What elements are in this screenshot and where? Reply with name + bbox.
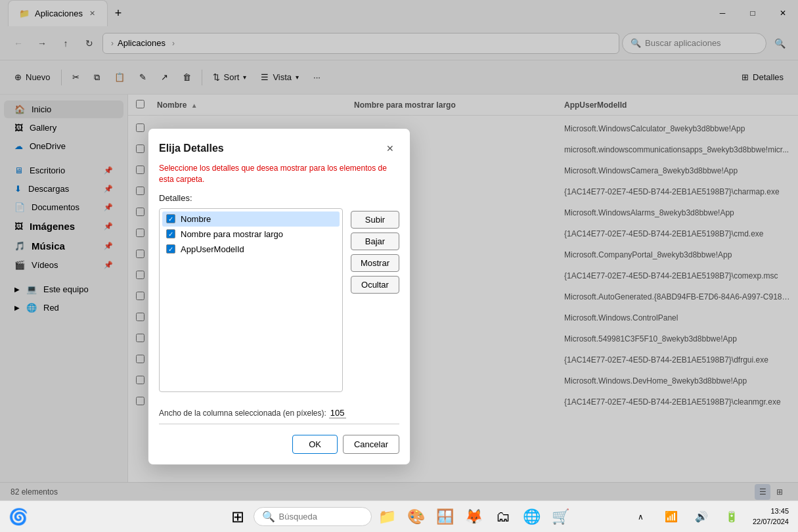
taskbar: 🌀 ⊞ 🔍 📁 🎨 🪟 🦊 🗂 🌐 🛒 ∧ 📶 🔊 🔋 13:45 22/07/… (0, 500, 798, 532)
pixel-label: Ancho de la columna seleccionada (en píx… (159, 409, 326, 418)
pixel-label-row: Ancho de la columna seleccionada (en píx… (159, 408, 399, 418)
details-list: ✓ Nombre ✓ Nombre para mostrar largo (159, 208, 343, 392)
taskbar-search[interactable]: 🔍 (254, 507, 372, 526)
subir-btn[interactable]: Subir (351, 211, 399, 229)
check-icon-nombre: ✓ (168, 215, 173, 223)
item-label-nombre: Nombre (181, 214, 211, 224)
check-icon-appuser: ✓ (168, 246, 173, 253)
pixel-underline (159, 424, 399, 424)
modal-footer: Ancho de la columna seleccionada (en píx… (148, 403, 410, 464)
mostrar-btn[interactable]: Mostrar (351, 254, 399, 272)
ok-btn[interactable]: OK (292, 435, 338, 454)
choose-details-modal: Elija Detalles ✕ Seleccione los detalles… (148, 128, 410, 465)
date-display: 22/07/2024 (753, 517, 789, 527)
cancel-btn[interactable]: Cancelar (343, 435, 399, 454)
taskbar-store-icon[interactable]: 🗂 (490, 504, 516, 530)
windows-loader-icon[interactable]: 🌀 (5, 504, 32, 530)
taskbar-edge-icon[interactable]: 🌐 (519, 504, 545, 530)
taskbar-center: ⊞ 🔍 📁 🎨 🪟 🦊 🗂 🌐 🛒 (225, 504, 574, 530)
checkbox-nombre[interactable]: ✓ (166, 214, 175, 223)
list-item-appuser[interactable]: ✓ AppUserModelId (162, 242, 340, 257)
tray-chevron-icon[interactable]: ∧ (628, 504, 654, 530)
ocultar-btn[interactable]: Ocultar (351, 276, 399, 294)
network-tray-icon[interactable]: 📶 (658, 504, 684, 530)
taskbar-search-input[interactable] (279, 512, 358, 521)
modal-action-buttons: Subir Bajar Mostrar Ocultar (351, 208, 399, 392)
bajar-btn[interactable]: Bajar (351, 233, 399, 250)
taskbar-search-icon: 🔍 (262, 510, 275, 523)
time-display: 13:45 (753, 506, 789, 516)
taskbar-store2-icon[interactable]: 🛒 (548, 504, 574, 530)
modal-close-btn[interactable]: ✕ (381, 139, 399, 158)
check-icon-nombre-largo: ✓ (168, 231, 173, 238)
modal-list-area: ✓ Nombre ✓ Nombre para mostrar largo (159, 208, 399, 392)
taskbar-windows-icon[interactable]: 🪟 (432, 504, 458, 530)
battery-tray-icon[interactable]: 🔋 (719, 504, 745, 530)
start-btn[interactable]: ⊞ (225, 504, 251, 530)
list-item-nombre-largo[interactable]: ✓ Nombre para mostrar largo (162, 227, 340, 242)
volume-tray-icon[interactable]: 🔊 (688, 504, 715, 530)
list-item-nombre[interactable]: ✓ Nombre (162, 211, 340, 227)
taskbar-palette-icon[interactable]: 🎨 (403, 504, 430, 530)
modal-description: Seleccione los detalles que desea mostra… (159, 163, 399, 185)
pixel-value: 105 (329, 408, 346, 418)
taskbar-browser-icon[interactable]: 🦊 (461, 504, 487, 530)
taskbar-time[interactable]: 13:45 22/07/2024 (749, 506, 793, 527)
modal-overlay: Elija Detalles ✕ Seleccione los detalles… (0, 0, 798, 500)
modal-section-label: Detalles: (159, 193, 399, 203)
checkbox-nombre-largo[interactable]: ✓ (166, 229, 175, 238)
modal-title-bar: Elija Detalles ✕ (148, 129, 410, 163)
checkbox-appuser[interactable]: ✓ (166, 244, 175, 254)
item-label-appuser: AppUserModelId (181, 244, 244, 254)
modal-title: Elija Detalles (159, 143, 224, 154)
modal-ok-cancel-btns: OK Cancelar (159, 432, 399, 454)
taskbar-files-icon[interactable]: 📁 (374, 504, 401, 530)
taskbar-left: 🌀 (5, 504, 32, 530)
modal-body: Seleccione los detalles que desea mostra… (148, 163, 410, 403)
item-label-nombre-largo: Nombre para mostrar largo (181, 229, 283, 239)
taskbar-right: ∧ 📶 🔊 🔋 13:45 22/07/2024 (628, 504, 793, 530)
